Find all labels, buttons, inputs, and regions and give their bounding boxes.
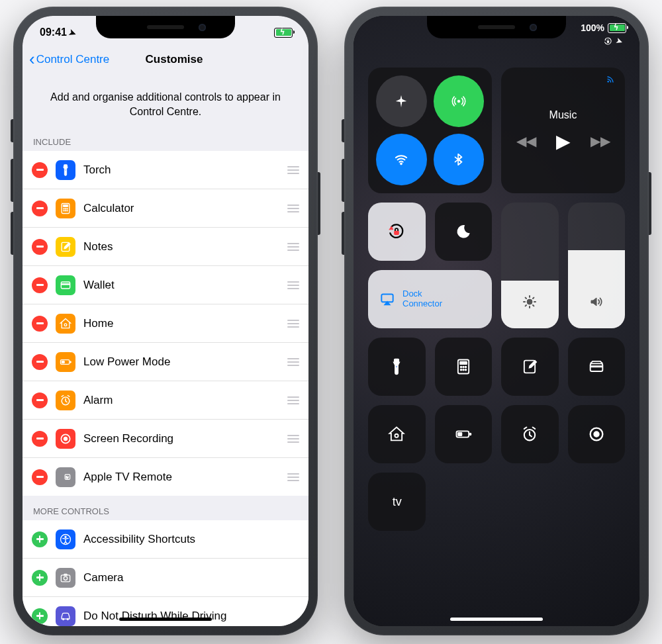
- back-label: Control Centre: [36, 53, 110, 66]
- drag-handle-icon[interactable]: [285, 281, 299, 289]
- next-button[interactable]: ▶▶: [591, 133, 610, 149]
- battery-icon: ϟ: [608, 23, 626, 33]
- more-controls-list: Accessibility Shortcuts Camera Do Not Di…: [23, 520, 308, 626]
- location-arrow-icon: ➤: [615, 36, 624, 46]
- volume-icon: [589, 294, 604, 314]
- control-centre-screen: 100% ϟ ➤: [354, 16, 639, 626]
- music-widget[interactable]: Music ◀◀ ▶ ▶▶: [501, 68, 625, 193]
- music-label: Music: [549, 109, 577, 121]
- wifi-toggle[interactable]: [376, 134, 427, 185]
- back-button[interactable]: ‹ Control Centre: [29, 52, 109, 68]
- home-indicator[interactable]: [119, 618, 212, 621]
- control-row: Apple TV Remote: [23, 458, 308, 496]
- brightness-slider[interactable]: [501, 203, 559, 328]
- wallet-icon: [587, 357, 606, 376]
- home-icon: [56, 314, 75, 334]
- control-label: Wallet: [83, 279, 277, 292]
- control-row: Screen Recording: [23, 420, 308, 458]
- remove-button[interactable]: [32, 354, 48, 370]
- lowpower-icon: [454, 425, 473, 443]
- remove-button[interactable]: [32, 162, 48, 178]
- airplane-toggle[interactable]: [376, 75, 427, 127]
- lowpower-icon: [56, 352, 75, 372]
- control-row: Alarm: [23, 381, 308, 420]
- battery-text: 100%: [581, 23, 604, 33]
- add-button[interactable]: [32, 570, 48, 586]
- rotation-lock-toggle[interactable]: [368, 203, 426, 261]
- notes-shortcut[interactable]: [501, 338, 559, 396]
- control-row: Camera: [23, 559, 308, 597]
- drag-handle-icon[interactable]: [285, 435, 299, 443]
- remove-button[interactable]: [32, 277, 48, 293]
- torch-icon: [387, 357, 406, 376]
- device-settings: 09:41 ➤ ϟ ‹ Control Centre Cust: [13, 7, 318, 635]
- screen-mirroring-button[interactable]: DockConnector: [368, 270, 492, 328]
- control-label: Torch: [83, 163, 277, 177]
- remove-button[interactable]: [32, 431, 48, 447]
- home-shortcut[interactable]: [368, 405, 426, 463]
- control-row: Low Power Mode: [23, 343, 308, 381]
- alarm-icon: [520, 425, 539, 443]
- description-text: Add and organise additional controls to …: [23, 74, 308, 126]
- control-label: Notes: [83, 240, 277, 253]
- device-control-centre: 100% ϟ ➤: [344, 7, 649, 635]
- remove-button[interactable]: [32, 239, 48, 255]
- control-label: Screen Recording: [83, 432, 277, 445]
- drag-handle-icon[interactable]: [285, 243, 299, 251]
- remove-button[interactable]: [32, 201, 48, 216]
- car-icon: [56, 606, 75, 626]
- battery-icon: ϟ: [274, 28, 293, 38]
- remove-button[interactable]: [32, 316, 48, 332]
- drag-handle-icon[interactable]: [285, 205, 299, 212]
- drag-handle-icon[interactable]: [285, 320, 299, 328]
- include-list: Torch Calculator Notes Wallet Home: [23, 151, 308, 496]
- remove-button[interactable]: [32, 469, 48, 485]
- volume-slider[interactable]: [568, 203, 626, 328]
- control-row: Notes: [23, 228, 308, 266]
- drag-handle-icon[interactable]: [285, 396, 299, 404]
- remove-button[interactable]: [32, 392, 48, 408]
- control-row: Calculator: [23, 189, 308, 228]
- section-include-label: INCLUDE: [23, 126, 308, 151]
- atv-shortcut[interactable]: tv: [368, 473, 426, 531]
- connectivity-group[interactable]: [368, 68, 492, 193]
- drag-handle-icon[interactable]: [285, 166, 299, 174]
- drag-handle-icon[interactable]: [285, 473, 299, 481]
- control-row: Do Not Disturb While Driving: [23, 597, 308, 626]
- bluetooth-toggle[interactable]: [434, 134, 485, 185]
- drag-handle-icon[interactable]: [285, 358, 299, 366]
- torch-shortcut[interactable]: [368, 338, 426, 396]
- brightness-icon: [522, 294, 538, 314]
- cellular-toggle[interactable]: [434, 75, 485, 127]
- atv-icon: [56, 467, 75, 487]
- add-button[interactable]: [32, 531, 48, 547]
- do-not-disturb-toggle[interactable]: [435, 203, 493, 261]
- record-icon: [56, 429, 75, 449]
- alarm-icon: [56, 391, 75, 410]
- wallet-icon: [56, 275, 75, 295]
- notes-icon: [56, 237, 75, 257]
- record-shortcut[interactable]: [568, 405, 626, 463]
- play-button[interactable]: ▶: [556, 130, 571, 152]
- alarm-shortcut[interactable]: [501, 405, 559, 463]
- calc-shortcut[interactable]: [435, 338, 493, 396]
- settings-customise-screen: 09:41 ➤ ϟ ‹ Control Centre Cust: [23, 16, 308, 626]
- page-title: Customise: [146, 53, 203, 66]
- control-row: Home: [23, 304, 308, 343]
- record-icon: [587, 425, 606, 443]
- chevron-left-icon: ‹: [29, 50, 35, 68]
- wallet-shortcut[interactable]: [568, 338, 626, 396]
- rotation-lock-status-icon: [604, 37, 612, 46]
- airplay-icon[interactable]: [605, 74, 616, 87]
- lowpower-shortcut[interactable]: [435, 405, 493, 463]
- previous-button[interactable]: ◀◀: [516, 133, 536, 149]
- location-arrow-icon: ➤: [68, 26, 77, 38]
- notes-icon: [520, 357, 539, 376]
- control-row: Torch: [23, 151, 308, 189]
- status-time: 09:41: [40, 26, 67, 38]
- control-label: Accessibility Shortcuts: [83, 533, 299, 546]
- home-indicator[interactable]: [450, 618, 543, 621]
- control-label: Apple TV Remote: [83, 471, 277, 484]
- add-button[interactable]: [32, 608, 48, 624]
- section-more-label: MORE CONTROLS: [23, 496, 308, 520]
